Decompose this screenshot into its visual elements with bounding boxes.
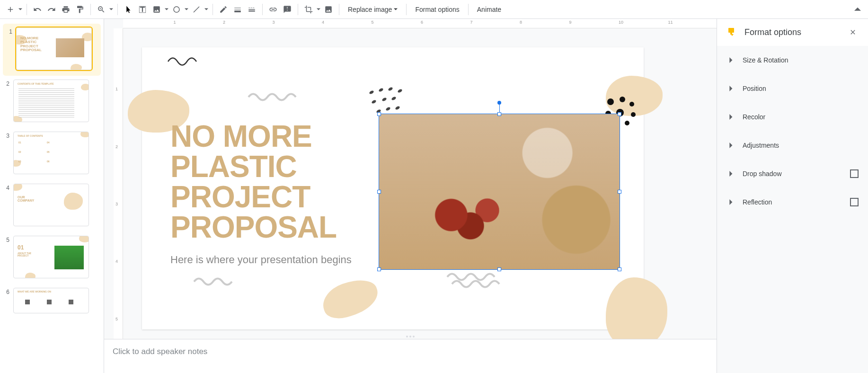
shape-tool[interactable] (170, 3, 183, 16)
decorative-squiggle (445, 270, 506, 289)
zoom-dropdown[interactable] (109, 8, 114, 11)
format-options-menu[interactable]: Format options (410, 4, 464, 15)
new-slide-dropdown[interactable] (18, 8, 23, 11)
slide-number: 6 (3, 289, 9, 295)
resize-handle-sw[interactable] (377, 267, 381, 271)
line-dropdown[interactable] (204, 8, 209, 11)
reset-image-button[interactable] (322, 3, 335, 16)
section-adjustments[interactable]: Adjustments (717, 131, 868, 160)
close-panel-button[interactable] (847, 27, 859, 38)
resize-handle-se[interactable] (618, 267, 621, 271)
section-label: Drop shadow (743, 170, 843, 178)
replace-image-label: Replace image (348, 6, 392, 13)
print-button[interactable] (59, 3, 72, 16)
format-options-icon (726, 27, 738, 38)
border-weight-button[interactable] (231, 3, 244, 16)
line-tool[interactable] (190, 3, 203, 16)
select-tool[interactable] (122, 3, 135, 16)
chevron-right-icon (726, 169, 736, 178)
speaker-notes[interactable]: Click to add speaker notes (104, 339, 717, 373)
slide-thumb-3[interactable]: 3 TABLE OF CONTENTS 01 04 02 05 03 06 (0, 128, 104, 180)
slide-canvas[interactable]: NO MORE PLASTIC PROJECT PROPOSAL Here is… (142, 47, 644, 329)
resize-handle-e[interactable] (618, 190, 621, 194)
chevron-right-icon (726, 112, 736, 122)
reflection-checkbox[interactable] (850, 198, 859, 206)
separator (117, 4, 118, 15)
link-button[interactable] (266, 3, 280, 16)
crop-dropdown[interactable] (316, 8, 321, 11)
border-dash-button[interactable] (245, 3, 258, 16)
panel-title: Format options (744, 27, 841, 37)
slide-thumb-4[interactable]: 4 OUR COMPANY (0, 180, 104, 232)
shape-dropdown[interactable] (184, 8, 189, 11)
animate-menu[interactable]: Animate (472, 4, 506, 15)
zoom-button[interactable] (95, 3, 108, 16)
thumb-title: OUR COMPANY (18, 195, 34, 203)
resize-handle-s[interactable] (497, 267, 501, 271)
redo-button[interactable] (45, 3, 58, 16)
undo-button[interactable] (31, 3, 44, 16)
replace-image-menu[interactable]: Replace image (343, 4, 402, 15)
resize-handle-ne[interactable] (618, 112, 621, 116)
section-reflection[interactable]: Reflection (717, 188, 868, 216)
decorative-squiggle (246, 90, 303, 104)
separator (90, 4, 91, 15)
thumb-title: TABLE OF CONTENTS (18, 135, 43, 137)
separator (262, 4, 263, 15)
svg-point-14 (385, 107, 391, 111)
slide-thumb-2[interactable]: 2 CONTENTS OF THIS TEMPLATE (0, 76, 104, 128)
textbox-tool[interactable] (136, 3, 149, 16)
paint-format-button[interactable] (73, 3, 87, 16)
svg-rect-27 (730, 33, 732, 35)
new-slide-button[interactable] (4, 3, 17, 16)
section-drop-shadow[interactable]: Drop shadow (717, 160, 868, 188)
svg-point-11 (381, 97, 387, 102)
slide-number: 4 (3, 185, 9, 191)
separator (298, 4, 298, 15)
crop-button[interactable] (302, 3, 315, 16)
toolbar: Replace image Format options Animate (0, 0, 868, 19)
filmstrip[interactable]: 1 NO MORE PLASTIC PROJECT PROPOSAL 2 CON… (0, 19, 104, 373)
svg-point-20 (629, 102, 634, 107)
thumb-title: NO MORE PLASTIC PROJECT PROPOSAL (20, 36, 42, 53)
svg-point-19 (620, 97, 625, 102)
canvas-area[interactable]: 1 2 3 4 5 6 7 8 9 10 11 1 2 3 4 5 (104, 19, 717, 373)
decorative-blob (318, 274, 383, 324)
separator (27, 4, 27, 15)
selected-image[interactable] (379, 114, 620, 270)
rotation-handle[interactable] (497, 101, 501, 105)
border-color-button[interactable] (217, 3, 230, 16)
resize-handle-n[interactable] (497, 112, 501, 116)
slide-thumb-6[interactable]: 6 WHAT WE ARE WORKING ON (0, 284, 104, 319)
drop-shadow-checkbox[interactable] (850, 169, 859, 178)
slide-subtitle[interactable]: Here is where your presentation begins (170, 254, 352, 266)
slide-thumb-1[interactable]: 1 NO MORE PLASTIC PROJECT PROPOSAL (3, 24, 101, 76)
svg-point-6 (369, 90, 374, 95)
collapse-toolbar-button[interactable] (851, 3, 864, 16)
thumb-title: 01 (18, 245, 24, 251)
slide-thumb-5[interactable]: 5 01 ABOUT THE PROJECT (0, 232, 104, 284)
svg-point-23 (631, 112, 636, 117)
vertical-ruler: 1 2 3 4 5 (114, 28, 123, 373)
slide-title[interactable]: NO MORE PLASTIC PROJECT PROPOSAL (170, 121, 337, 242)
notes-drag-handle[interactable] (406, 336, 415, 337)
section-position[interactable]: Position (717, 74, 868, 103)
thumb-title: WHAT WE ARE WORKING ON (18, 291, 51, 293)
resize-handle-nw[interactable] (377, 112, 381, 116)
comment-button[interactable] (281, 3, 294, 16)
separator (339, 4, 339, 15)
section-label: Recolor (743, 113, 859, 121)
svg-rect-26 (728, 28, 734, 33)
svg-point-25 (625, 121, 629, 125)
image-tool[interactable] (150, 3, 163, 16)
svg-point-9 (397, 89, 403, 93)
separator (468, 4, 469, 15)
resize-handle-w[interactable] (377, 190, 381, 194)
image-dropdown[interactable] (164, 8, 169, 11)
format-options-label: Format options (415, 6, 459, 13)
format-options-panel: Format options Size & Rotation Position … (717, 19, 868, 373)
section-recolor[interactable]: Recolor (717, 103, 868, 131)
section-size-rotation[interactable]: Size & Rotation (717, 46, 868, 74)
chevron-right-icon (726, 55, 736, 65)
section-label: Adjustments (743, 142, 859, 149)
